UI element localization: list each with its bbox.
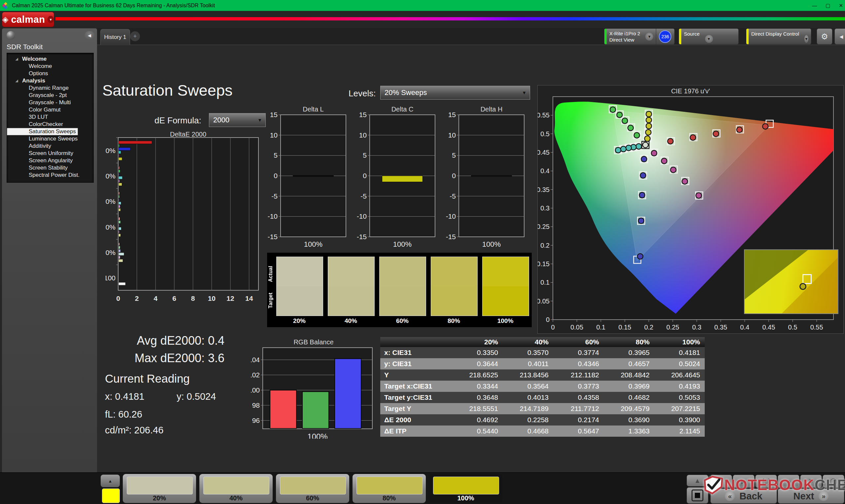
source-dropdown[interactable]: Source ▼ [679,29,739,44]
sidebar-item-additivity[interactable]: Additivity [7,143,93,150]
table-cell: 0.4193 [654,381,705,392]
svg-text:-10: -10 [446,212,456,220]
svg-text:100%: 100% [304,240,322,248]
tab-history-1[interactable]: History 1 [100,29,130,45]
svg-text:0.35: 0.35 [714,324,727,331]
sidebar-item-label: Spectral Power Dist. [29,172,80,178]
current-color-mini-swatch [102,488,120,503]
svg-text:0.05: 0.05 [538,298,550,305]
table-cell: 208.4842 [604,370,654,381]
sidebar-item-luminance-sweeps[interactable]: Luminance Sweeps [7,135,93,143]
table-row: ΔE 20000.46920.22580.21740.36900.3900 [380,414,705,426]
measurement-table: 20%40%60%80%100% x: CIE310.33500.35700.3… [380,337,705,437]
svg-text:-15: -15 [446,233,456,240]
tree-expander-icon[interactable]: ◢ [16,77,18,85]
de-formula-select[interactable]: 2000 ▼ [209,113,266,127]
current-x: x: 0.4181 [105,391,144,402]
sidebar-item-label: Options [29,70,48,76]
sidebar-item-saturation-sweeps[interactable]: Saturation Sweeps [7,128,78,135]
sidebar-item-color-gamut[interactable]: Color Gamut [7,106,93,113]
sidebar-item-welcome[interactable]: Welcome [7,63,93,70]
back-arrow-icon: « [725,491,735,501]
sweep-level-button-100%[interactable]: 100% [429,474,503,503]
swatch-scroll-up-button[interactable]: ▲ [101,475,120,487]
chevron-down-icon: ▼ [645,33,653,40]
calman-menu-button[interactable]: ◈ calman ▼ [2,12,54,27]
calman-app-icon [3,3,8,8]
sweep-level-button-80%[interactable]: 80% [353,474,426,503]
sidebar-item-options[interactable]: Options [7,70,93,77]
table-cell: 0.3900 [654,414,705,426]
svg-text:-5: -5 [360,192,367,200]
sidebar-item-screen-angularity[interactable]: Screen Angularity [7,157,93,164]
sweep-level-label: 80% [353,494,426,502]
u-bracket-button[interactable]: [u] [755,475,777,488]
transport-up-button[interactable]: ▲ [687,475,708,487]
circle-button[interactable]: ◯ [823,475,844,488]
tree-expander-icon[interactable]: ◢ [16,55,18,63]
meter-dropdown[interactable]: X-Rite i1Pro 2Direct View ▼ 236 [604,29,675,44]
sidebar-item-analysis[interactable]: ◢Analysis [7,77,93,85]
table-header-row: 20%40%60%80%100% [380,337,705,347]
maximize-button[interactable]: ▢ [826,3,830,8]
sidebar-sphere-button[interactable] [6,31,15,40]
back-button[interactable]: «Back [710,488,777,504]
sidebar-item-grayscale-multi[interactable]: Grayscale - Multi [7,99,93,106]
record-button[interactable]: ▮ [710,475,732,488]
sweep-level-swatch [433,476,499,494]
sidebar-item-3d-lut[interactable]: 3D LUT [7,113,93,121]
sweep-level-button-60%[interactable]: 60% [276,474,349,503]
table-cell: 207.2215 [654,403,705,414]
stop-button[interactable] [687,487,708,504]
svg-text:100%: 100% [482,240,501,248]
table-cell: 0.3344 [452,381,503,392]
next-button[interactable]: Next» [778,488,844,504]
sidebar-item-colorchecker[interactable]: ColorChecker [7,121,93,128]
sidebar-item-dynamic-range[interactable]: Dynamic Range [7,85,93,92]
row-label: ΔE 2000 [380,414,452,426]
svg-text:10: 10 [359,131,367,139]
sweep-level-button-40%[interactable]: 40% [199,474,272,503]
refresh-button[interactable]: ↻ [800,475,822,488]
svg-text:0: 0 [274,172,278,179]
sidebar-item-screen-uniformity[interactable]: Screen Uniformity [7,150,93,157]
measured-point-icon [799,283,806,290]
u-bracket-icon: [u] [762,478,770,485]
up-arrow-icon: ▲ [694,477,701,485]
compare-swatch-80% [431,257,478,316]
close-button[interactable]: ✕ [839,3,843,8]
display-control-dropdown[interactable]: Direct Display Control ▼ [746,29,811,44]
levels-select[interactable]: 20% Sweeps ▼ [380,86,530,100]
sidebar-item-spectral-power-dist-[interactable]: Spectral Power Dist. [7,172,93,179]
table-cell: 218.6525 [452,370,503,381]
sweep-level-button-20%[interactable]: 20% [123,474,196,503]
sidebar-item-label: Screen Uniformity [29,150,73,156]
svg-text:12: 12 [226,294,234,302]
sidebar-item-screen-stability[interactable]: Screen Stability [7,164,93,172]
table-cell: 2.1145 [654,426,705,437]
svg-text:0.25: 0.25 [538,223,550,230]
add-tab-button[interactable]: + [130,31,140,41]
play-button[interactable]: ▶ [733,475,755,488]
compare-swatch-label: 80% [431,317,477,325]
table-cell: 0.5024 [654,358,705,370]
svg-text:2: 2 [135,294,139,302]
settings-button[interactable]: ⚙ [816,29,832,44]
sidebar-collapse-button[interactable]: ◀ [85,31,94,40]
minimize-button[interactable]: — [812,3,817,8]
svg-text:0.45: 0.45 [762,324,775,331]
table-cell: 0.3969 [604,381,654,392]
actual-swatch [380,257,426,286]
svg-text:-10: -10 [268,212,278,220]
compare-swatch-label: 60% [379,317,425,325]
loop-button[interactable]: ∞ [778,475,799,488]
sweep-level-swatch [203,476,269,494]
collapse-panel-button[interactable]: ◀ [834,29,845,44]
table-cell: 0.3570 [503,347,553,358]
sidebar-item-grayscale-2pt[interactable]: Grayscale - 2pt [7,92,93,99]
row-label: y: CIE31 [380,358,452,370]
actual-swatch [328,257,374,286]
sidebar-item-welcome[interactable]: ◢Welcome [7,55,93,63]
compare-swatch-20% [276,257,323,316]
sweep-level-label: 100% [429,494,503,502]
